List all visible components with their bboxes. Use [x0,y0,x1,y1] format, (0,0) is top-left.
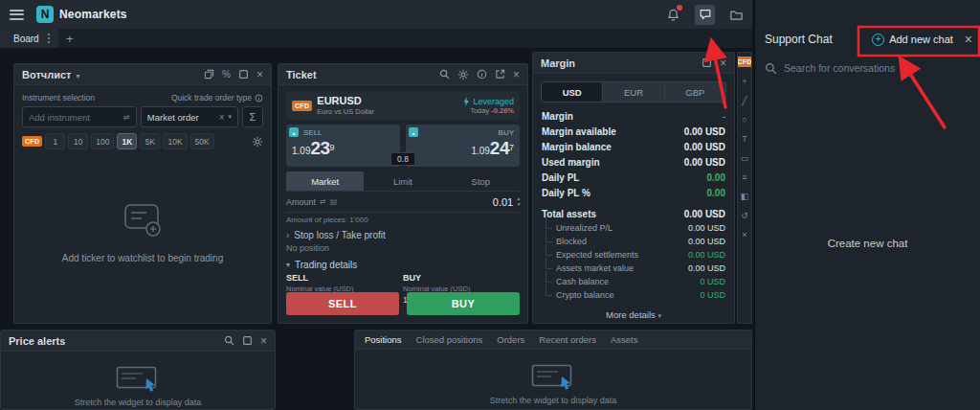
close-icon[interactable]: × [513,68,520,81]
stretch-widget-illustration-icon [531,364,575,393]
quantity-pill[interactable]: 50K [190,133,214,149]
more-details-link[interactable]: More details ▾ [542,309,725,320]
tab-limit[interactable]: Limit [364,171,441,191]
chart-tool-fill-icon[interactable]: ◧ [741,193,749,201]
brand-logo[interactable]: N Neomarkets [36,6,127,23]
chevron-down-icon[interactable]: ▾ [228,113,232,121]
watchlist-empty-state: Add ticker to watchlist to begin trading [22,149,263,315]
sell-button[interactable]: SELL [286,292,399,315]
positions-empty-text: Stretch the widget to display data [490,396,617,405]
buy-price-sup: 7 [509,143,514,152]
chart-tool-undo-icon[interactable]: ↺ [741,212,748,220]
currency-tab-eur[interactable]: EUR [602,82,663,102]
watchlist-header: Вотчлист ▾ % × [14,64,271,85]
chart-tool-trendline-icon[interactable]: ╱ [742,97,746,105]
instrument-symbol: EURUSD [317,95,374,107]
watchlist-title[interactable]: Вотчлист ▾ [22,69,79,80]
chat-search-field[interactable] [765,57,970,79]
stepper-down-icon[interactable]: ▾ [517,202,520,208]
info-icon[interactable] [477,69,487,80]
tab-market[interactable]: Market [286,171,364,191]
expand-icon[interactable] [242,335,253,346]
amount-value: 0.01 [493,196,513,208]
order-type-value: Market order [147,112,215,123]
sell-price-button[interactable]: ▴ SELL 1.09239 [286,125,400,167]
chart-tool-text-icon[interactable]: T [742,135,747,144]
tab-stop[interactable]: Stop [442,171,520,191]
expand-icon[interactable] [702,57,712,68]
chat-icon[interactable] [695,5,715,25]
margin-row: Daily PL 0.00 [542,170,725,185]
close-icon[interactable]: × [720,57,726,70]
folder-icon[interactable] [726,5,746,25]
menu-icon[interactable] [10,10,24,20]
chart-tool-crosshair-icon[interactable]: + [742,78,746,86]
add-instrument-input[interactable] [29,112,120,123]
close-icon[interactable]: × [965,32,972,47]
add-new-chat-button[interactable]: + Add new chat [872,34,953,46]
percent-icon[interactable]: % [222,70,231,80]
order-type-select[interactable]: Market order × ▾ [141,106,238,127]
swap-units-icon[interactable]: ⇄ [320,197,326,206]
positions-widget: Positions Closed positions Orders Recent… [354,330,752,410]
quantity-pill[interactable]: 10 [68,133,88,149]
search-icon[interactable] [224,335,234,346]
lightning-icon [463,97,470,106]
chart-tool-shape-icon[interactable]: ○ [742,116,746,125]
sum-button[interactable]: Σ [242,106,263,127]
quantity-pill[interactable]: 100 [91,133,114,149]
tab-positions[interactable]: Positions [365,334,402,345]
today-label: Today [470,106,489,115]
filter-icon[interactable]: ⇄ [123,113,130,122]
chart-tool-remove-icon[interactable]: × [742,231,746,239]
add-instrument-field[interactable]: ⇄ [22,106,137,127]
buy-price-button[interactable]: ▴ BUY 1.09247 [406,125,520,167]
tab-assets[interactable]: Assets [611,334,638,345]
pieces-icon[interactable]: ▤ [330,197,338,206]
trading-details-toggle[interactable]: ▾ Trading details [286,257,520,272]
tab-recent-orders[interactable]: Recent orders [539,334,596,345]
duplicate-icon[interactable] [204,69,214,80]
expand-icon[interactable] [238,69,249,80]
tab-board[interactable]: Board [0,29,58,48]
tab-orders[interactable]: Orders [497,334,524,345]
close-icon[interactable]: × [260,334,267,348]
instrument-summary[interactable]: CFD EURUSD Euro vs US Dollar Leveraged T… [286,91,520,120]
price-alerts-header: Price alerts × [1,330,275,352]
leveraged-badge: Leveraged [473,97,514,106]
search-icon[interactable] [439,69,450,80]
chat-search-input[interactable] [784,62,970,74]
add-tab-button[interactable]: + [58,29,81,48]
clear-icon[interactable]: × [219,112,225,123]
quantity-pill-active[interactable]: 1K [117,133,137,149]
close-icon[interactable]: × [256,68,263,81]
notifications-bell-icon[interactable] [663,5,683,25]
price-buttons: ▴ SELL 1.09239 ▴ BUY 1.09247 0.8 [286,125,520,167]
tab-closed-positions[interactable]: Closed positions [416,334,483,345]
margin-sub-row: Assets market value 0.00 USD [542,262,725,275]
chart-tool-lines-icon[interactable]: ≡ [742,173,746,182]
quantity-pill[interactable]: 5K [140,133,160,149]
margin-sub-row: Unrealized P/L 0.00 USD [542,221,725,235]
price-alerts-empty-state: Stretch the widget to display data [1,352,275,410]
stop-loss-take-profit-toggle[interactable]: › Stop loss / Take profit [286,226,520,243]
buy-button[interactable]: BUY [407,292,520,315]
amount-field[interactable]: Amount ⇄ ▤ 0.01 ▴ ▾ [286,192,520,213]
quantity-pill[interactable]: 10K [163,133,187,149]
popout-icon[interactable] [495,69,505,80]
margin-rows: Margin - Margin available 0.00 USD Margi… [533,108,734,320]
info-icon[interactable] [255,94,263,102]
tab-board-label: Board [13,34,39,44]
chart-tool-rectangle-icon[interactable]: ▭ [741,154,749,163]
margin-sub-row: Blocked 0.00 USD [542,235,725,248]
tab-menu-icon[interactable] [48,34,50,43]
gear-icon[interactable] [457,69,469,80]
currency-tab-usd[interactable]: USD [542,82,602,102]
topbar: N Neomarkets [0,0,752,29]
margin-sub-row: Expected settlements 0.00 USD [542,248,725,262]
margin-row: Daily PL % 0.00 [542,185,725,200]
gear-icon[interactable] [252,136,263,148]
currency-tab-gbp[interactable]: GBP [664,82,725,102]
quantity-pill[interactable]: 1 [45,133,65,149]
amount-stepper[interactable]: ▴ ▾ [517,196,520,207]
